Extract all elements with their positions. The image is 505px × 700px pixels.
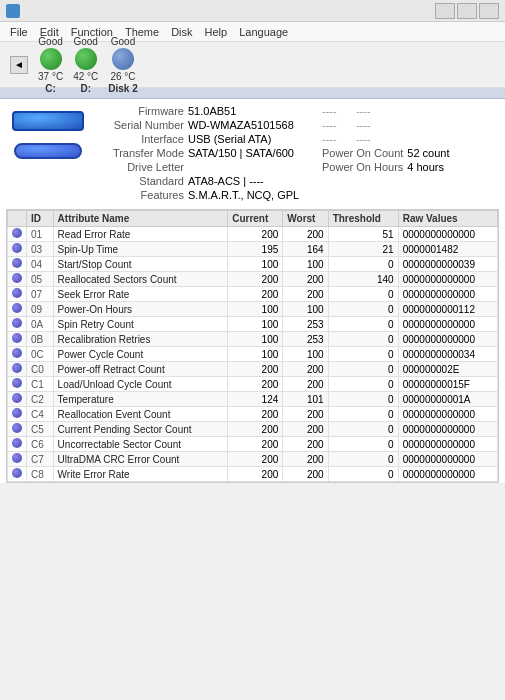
row-id: 0C [27,347,54,362]
row-icon-cell [8,227,27,242]
drive-2-letter: Disk 2 [108,83,137,94]
standard-row: Standard ATA8-ACS | ---- [94,175,497,187]
info-left-panel [8,105,88,203]
row-name: Current Pending Sector Count [53,422,228,437]
row-raw: 0000000000000 [398,287,497,302]
maximize-button[interactable] [457,3,477,19]
drive-d[interactable]: Good 42 °C D: [73,36,98,94]
drive-d-temp: 42 °C [73,71,98,82]
menu-file[interactable]: File [4,25,34,39]
col-raw-header: Raw Values [398,211,497,227]
row-raw: 0000000000000 [398,437,497,452]
table-row: C8 Write Error Rate 200 200 0 0000000000… [8,467,498,482]
row-name: Write Error Rate [53,467,228,482]
row-worst: 200 [283,227,328,242]
row-name: Temperature [53,392,228,407]
drive-c-letter: C: [45,83,56,94]
table-row: C6 Uncorrectable Sector Count 200 200 0 … [8,437,498,452]
row-name: Recalibration Retries [53,332,228,347]
row-threshold: 0 [328,452,398,467]
title-bar-controls [435,3,499,19]
row-worst: 200 [283,452,328,467]
serial-extra1: ---- [322,119,352,131]
row-threshold: 0 [328,287,398,302]
menu-help[interactable]: Help [199,25,234,39]
row-raw: 0000000000000 [398,467,497,482]
row-threshold: 0 [328,362,398,377]
row-threshold: 0 [328,257,398,272]
row-worst: 100 [283,257,328,272]
table-row: 09 Power-On Hours 100 100 0 000000000011… [8,302,498,317]
drive-c-icon [40,48,62,70]
drive-d-letter: D: [80,83,91,94]
row-raw: 0000000000034 [398,347,497,362]
menu-language[interactable]: Language [233,25,294,39]
row-current: 200 [228,377,283,392]
row-threshold: 0 [328,467,398,482]
table-row: C1 Load/Unload Cycle Count 200 200 0 000… [8,377,498,392]
row-threshold: 140 [328,272,398,287]
row-status-icon [12,378,22,388]
row-raw: 00000000015F [398,377,497,392]
standard-label: Standard [94,175,184,187]
row-current: 200 [228,272,283,287]
drive-2-temp: 26 °C [110,71,135,82]
row-id: 09 [27,302,54,317]
table-row: 0C Power Cycle Count 100 100 0 000000000… [8,347,498,362]
row-id: 01 [27,227,54,242]
row-icon-cell [8,392,27,407]
row-icon-cell [8,377,27,392]
row-threshold: 0 [328,302,398,317]
row-threshold: 0 [328,332,398,347]
row-name: Seek Error Rate [53,287,228,302]
row-worst: 200 [283,362,328,377]
temperature-badge [14,143,82,159]
row-current: 100 [228,332,283,347]
table-row: C4 Reallocation Event Count 200 200 0 00… [8,407,498,422]
nav-prev-button[interactable]: ◄ [10,56,28,74]
table-row: 0A Spin Retry Count 100 253 0 0000000000… [8,317,498,332]
row-icon-cell [8,362,27,377]
row-worst: 200 [283,287,328,302]
row-current: 195 [228,242,283,257]
col-worst-header: Worst [283,211,328,227]
row-name: Uncorrectable Sector Count [53,437,228,452]
row-threshold: 0 [328,437,398,452]
row-raw: 0000000000000 [398,227,497,242]
info-section: Firmware 51.0AB51 ---- ---- Serial Numbe… [0,99,505,209]
table-row: 0B Recalibration Retries 100 253 0 00000… [8,332,498,347]
firmware-extra2: ---- [356,105,371,117]
row-raw: 0000000000112 [398,302,497,317]
menu-disk[interactable]: Disk [165,25,198,39]
row-name: Power-off Retract Count [53,362,228,377]
row-id: C2 [27,392,54,407]
row-current: 200 [228,437,283,452]
drive-2[interactable]: Good 26 °C Disk 2 [108,36,137,94]
col-current-header: Current [228,211,283,227]
drive-2-icon [112,48,134,70]
row-raw: 0000000000000 [398,332,497,347]
row-status-icon [12,348,22,358]
row-id: C4 [27,407,54,422]
health-badge [12,111,84,131]
drive-c-status: Good [38,36,62,47]
row-name: Power-On Hours [53,302,228,317]
row-icon-cell [8,407,27,422]
drive-c[interactable]: Good 37 °C C: [38,36,63,94]
drive-2-status: Good [111,36,135,47]
row-threshold: 0 [328,392,398,407]
row-id: C7 [27,452,54,467]
minimize-button[interactable] [435,3,455,19]
row-status-icon [12,393,22,403]
firmware-extra1: ---- [322,105,352,117]
row-name: Reallocated Sectors Count [53,272,228,287]
row-current: 100 [228,302,283,317]
row-raw: 0000000000000 [398,317,497,332]
row-current: 200 [228,422,283,437]
row-icon-cell [8,452,27,467]
firmware-value: 51.0AB51 [188,105,318,117]
close-button[interactable] [479,3,499,19]
row-current: 124 [228,392,283,407]
row-raw: 000000002E [398,362,497,377]
features-value: S.M.A.R.T., NCQ, GPL [188,189,299,201]
